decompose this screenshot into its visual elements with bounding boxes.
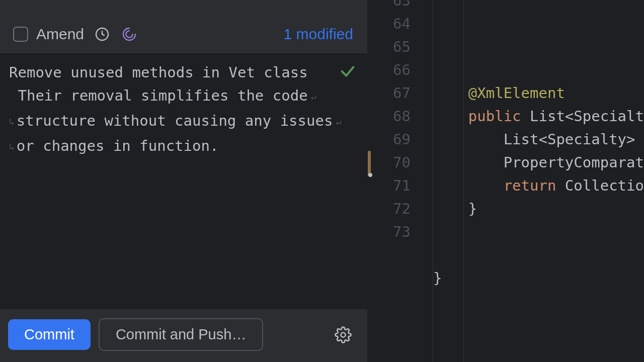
- commit-buttons-bar: Commit Commit and Push…: [0, 309, 367, 362]
- line-number: 64: [368, 12, 433, 35]
- line-number: 69: [368, 128, 433, 151]
- code-line: [433, 220, 644, 243]
- line-number: 65: [368, 35, 433, 58]
- checkbox-box: [13, 27, 28, 42]
- line-number: 66: [368, 58, 433, 81]
- line-number: 72: [368, 197, 433, 220]
- code-line: PropertyComparat: [433, 151, 644, 174]
- soft-wrap-icon: ↵: [311, 85, 316, 108]
- code-line: [433, 243, 644, 266]
- line-number: 67: [368, 81, 433, 105]
- code-line: [433, 290, 644, 313]
- soft-wrap-icon: ↵: [336, 110, 341, 133]
- code-line: public List<Specialt: [433, 105, 644, 128]
- commit-message-line: or changes in function.: [17, 137, 219, 154]
- commit-message-line: structure without causing any issues: [17, 112, 333, 129]
- line-number: 70: [368, 151, 433, 174]
- code-line: }: [433, 266, 644, 290]
- indent-guide: [463, 0, 464, 362]
- commit-message-input[interactable]: Remove unused methods in Vet class Their…: [0, 52, 367, 309]
- commit-panel: Amend 1 modified Remove unused methods i…: [0, 0, 368, 362]
- line-number: 71: [368, 174, 433, 197]
- commit-message-line: Their removal simplifies the code: [9, 87, 308, 104]
- fold-dot: [368, 173, 372, 177]
- code-line: }: [433, 197, 644, 220]
- code-area[interactable]: @XmlElement public List<Specialt List<Sp…: [433, 0, 644, 362]
- gear-icon[interactable]: [333, 325, 353, 345]
- ai-swirl-icon[interactable]: [120, 25, 138, 43]
- history-icon[interactable]: [93, 25, 111, 43]
- commit-button[interactable]: Commit: [8, 319, 91, 350]
- line-number: 63: [368, 0, 433, 12]
- line-number: 68: [368, 105, 433, 128]
- commit-message-line: Remove unused methods in Vet class: [9, 64, 308, 81]
- code-line: [433, 58, 644, 81]
- line-number: 73: [368, 220, 433, 243]
- editor-gutter: 63 64 65 66 67 68 69 70 71 72 73: [368, 0, 433, 362]
- code-editor[interactable]: 63 64 65 66 67 68 69 70 71 72 73 @XmlEle…: [368, 0, 644, 362]
- change-marker: [368, 151, 371, 176]
- code-line: @XmlElement: [433, 81, 644, 105]
- message-ok-icon: [339, 63, 356, 86]
- amend-checkbox[interactable]: Amend: [13, 26, 84, 43]
- code-line: List<Specialty>: [433, 128, 644, 151]
- code-line: return Collectio: [433, 174, 644, 197]
- commit-toolbar: Amend 1 modified: [0, 25, 367, 52]
- commit-panel-topgap: [0, 0, 367, 25]
- svg-point-1: [341, 332, 345, 337]
- amend-label: Amend: [36, 26, 84, 43]
- modified-files-link[interactable]: 1 modified: [284, 26, 357, 43]
- soft-wrap-cont-icon: ↳: [9, 135, 15, 158]
- soft-wrap-cont-icon: ↳: [9, 110, 15, 133]
- commit-and-push-button[interactable]: Commit and Push…: [99, 318, 264, 351]
